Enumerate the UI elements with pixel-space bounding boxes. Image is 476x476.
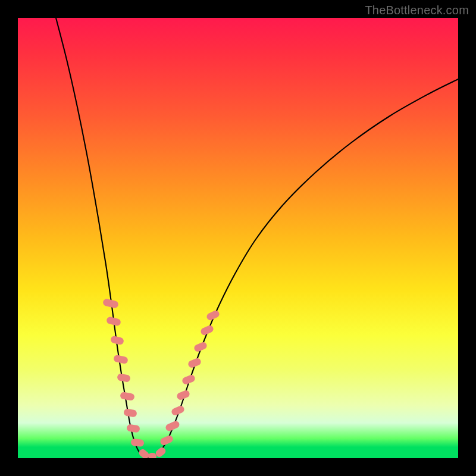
curve-left-curve — [56, 18, 148, 458]
marker-left-markers-4 — [117, 373, 131, 383]
plot-area — [18, 18, 458, 458]
curve-right-curve — [148, 79, 458, 458]
curves-layer — [18, 18, 458, 458]
marker-left-markers-2 — [110, 336, 124, 346]
marker-left-markers-6 — [123, 408, 137, 417]
watermark-text: TheBottleneck.com — [365, 4, 469, 17]
marker-left-markers-3 — [113, 355, 129, 365]
marker-right-markers-0 — [159, 434, 174, 446]
marker-left-markers-1 — [106, 316, 121, 326]
marker-bottom-markers-1 — [148, 453, 156, 458]
chart-stage: TheBottleneck.com — [0, 0, 476, 476]
marker-left-markers-7 — [126, 424, 140, 433]
marker-right-markers-1 — [165, 420, 181, 433]
marker-left-markers-5 — [120, 392, 135, 401]
marker-left-markers-8 — [130, 439, 144, 447]
